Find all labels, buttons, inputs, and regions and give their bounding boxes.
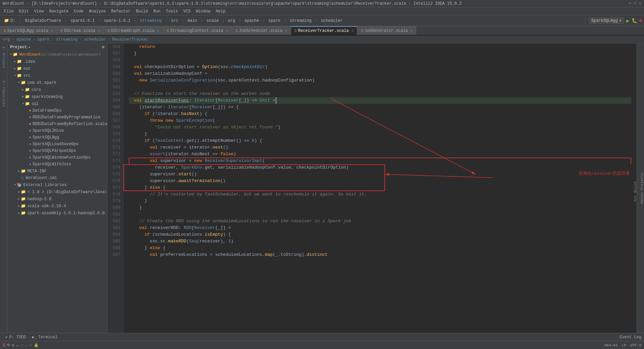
tree-jdk18[interactable]: ▶ 📁 < 1.8 > (D:\BigDataSoftware\Java\jdk… [7, 188, 107, 195]
tab-jobgenerator[interactable]: S JobGenerator.scala ✕ [357, 26, 416, 35]
breadcrumb-main[interactable]: main [185, 18, 199, 24]
menu-refactor[interactable]: Refactor [108, 8, 133, 14]
maven-projects-panel[interactable]: Maven Projects Ant Build [637, 44, 644, 333]
left-vtabs: 1: Project 2: Favorites [0, 44, 7, 333]
tab-dstream[interactable]: S DStream.scala ✕ [57, 26, 104, 35]
breadcrumb-scheduler[interactable]: scheduler [319, 18, 345, 24]
tree-dataframeops[interactable]: ▶ ● DataFrameOps [7, 107, 107, 114]
code-line-570: if (TaskContext.get().attemptNumber() ==… [129, 137, 631, 144]
tree-metainf[interactable]: ▶ 📁 META-INF [7, 168, 107, 175]
tab-sparksqlagg[interactable]: S SparkSQLAgg.scala ✕ [0, 26, 57, 35]
close-tab-jobgenerator[interactable]: ✕ [411, 29, 413, 33]
tree-hadoop[interactable]: ▶ 📁 hadoop-2.6 [7, 195, 107, 202]
event-log-label[interactable]: Event Log [620, 335, 641, 340]
line-numbers: 556 557 558 559 560 561 562 563 564 565 … [107, 44, 123, 333]
breadcrumb-src[interactable]: src [169, 18, 180, 24]
tab-dstreamgraph[interactable]: S DStreamGraph.scala ✕ [104, 26, 163, 35]
project-icon[interactable]: 📁 D: [2, 17, 17, 24]
encoding-indicator[interactable]: UTF-8 [630, 343, 641, 347]
terminal-tab[interactable]: ▶_ Terminal [30, 334, 60, 340]
menu-run[interactable]: Run [151, 8, 163, 14]
nav-scheduler[interactable]: scheduler [84, 37, 106, 42]
breadcrumb-spark161[interactable]: spark1.6.1 [68, 18, 97, 24]
project-dropdown-icon[interactable]: ▾ [28, 45, 30, 49]
breadcrumb-bigdata[interactable]: BigDataSoftware [23, 18, 63, 24]
tab-receivertracker[interactable]: S ReceiverTracker.scala ✕ [291, 26, 357, 35]
tree-sparksqlparquetops[interactable]: ▶ ● SparkSQLParquetOps [7, 148, 107, 154]
tree-comdtspark[interactable]: ▼ 📁 com.dt.spark [7, 79, 107, 86]
code-editor[interactable]: 556 557 558 559 560 561 562 563 564 565 … [107, 44, 637, 333]
nav-receivertracker[interactable]: ReceiverTracker [112, 37, 148, 42]
menu-window[interactable]: Window [193, 8, 213, 14]
menu-navigate[interactable]: Navigate [46, 8, 71, 14]
close-button[interactable]: ✕ [639, 1, 641, 6]
status-icons: ⚙ ↙ ↑ ↓ ⚡ 🔒 [12, 343, 39, 347]
breadcrumb-streaming2[interactable]: streaming [288, 18, 314, 24]
breadcrumb-spark2[interactable]: spark [266, 18, 282, 24]
sidebar-gear-icon[interactable]: ⚙ [102, 45, 104, 50]
menu-code[interactable]: Code [71, 8, 86, 14]
tree-sql[interactable]: ▼ 📁 sql [7, 100, 107, 107]
breadcrumb-scala[interactable]: scala [205, 18, 221, 24]
maven-projects-label[interactable]: Maven Projects [640, 173, 644, 203]
code-line-572: assert(iterator.hasNext == false) [129, 151, 631, 158]
close-tab-jobscheduler[interactable]: ✕ [285, 29, 287, 33]
tree-sparksqlwindow[interactable]: ▶ ● SparkSQLWindowFuntionOps [7, 154, 107, 161]
breadcrumb-org[interactable]: org [226, 18, 237, 24]
tree-sparksql2hive[interactable]: ▶ ● SparkSQL2Hive [7, 127, 107, 134]
minimize-button[interactable]: ─ [629, 1, 631, 6]
tree-sparksqlloadsaveops[interactable]: ▶ ● SparkSQLLoadSaveOps [7, 141, 107, 148]
toolbar: 📁 D: BigDataSoftware › spark1.6.1 › spar… [0, 15, 644, 26]
nav-streaming[interactable]: streaming [56, 37, 77, 42]
vtab-project[interactable]: 1: Project [1, 44, 6, 71]
tree-wordcount-root[interactable]: ▼ 📁 WordCount (D:\IdeaProjects\WordCount… [7, 51, 107, 58]
project-sidebar: Project ▾ ⚙ ▼ 📁 WordCount (D:\IdeaProjec… [7, 44, 107, 333]
tree-sparksqlagg[interactable]: ▶ ● SparkSQLAgg [7, 134, 107, 141]
menu-vcs[interactable]: VCS [181, 8, 194, 14]
spark-icon: S [3, 343, 5, 348]
tree-idea[interactable]: ▶ 📁 .idea [7, 58, 107, 65]
run-config-selector[interactable]: SparkSQLAgg ▾ [589, 17, 624, 24]
tree-rdd2reflection[interactable]: ▶ ● RDD2DataFrameByReflection.scala [7, 121, 107, 127]
menu-analyze[interactable]: Analyze [86, 8, 108, 14]
close-tab-streamingcontext[interactable]: ✕ [226, 29, 228, 33]
run-button[interactable]: ▶ [626, 17, 630, 24]
todo-tab[interactable]: ✔ 6: TODO [3, 334, 29, 340]
close-tab-dstreamgraph[interactable]: ✕ [157, 29, 159, 33]
nav-spark[interactable]: spark [37, 37, 49, 42]
menu-edit[interactable]: Edit [16, 8, 32, 14]
close-tab-sparksqlagg[interactable]: ✕ [51, 29, 53, 33]
tree-out[interactable]: ▶ 📁 out [7, 65, 107, 72]
tab-jobscheduler[interactable]: S JobScheduler.scala ✕ [232, 26, 291, 35]
menu-file[interactable]: File [1, 8, 16, 14]
tree-ext-libraries[interactable]: ▼ 📚 External Libraries [7, 181, 107, 188]
menu-tools[interactable]: Tools [163, 8, 181, 14]
nav-apache[interactable]: apache [16, 37, 31, 42]
breadcrumb-streaming[interactable]: streaming [138, 18, 164, 24]
close-tab-dstream[interactable]: ✕ [98, 29, 100, 33]
menu-view[interactable]: View [32, 8, 47, 14]
menu-build[interactable]: Build [133, 8, 151, 14]
vtab-favorites[interactable]: 2: Favorites [1, 78, 6, 110]
close-tab-receivertracker[interactable]: ✕ [352, 29, 354, 33]
breadcrumb-apache[interactable]: apache [243, 18, 261, 24]
stop-button[interactable]: ■ [639, 18, 642, 23]
tree-core[interactable]: ▶ 📁 core [7, 86, 107, 93]
tree-rdd2programmatic[interactable]: ▶ ● RDD2DataFrameByProgrammatica [7, 114, 107, 121]
code-line-565: (iterator: Iterator[Receiver[_]]) => { [129, 104, 631, 111]
tree-sparksteaming[interactable]: ▶ 📁 sparksteaming [7, 93, 107, 100]
tree-sparksqlwithjoin[interactable]: ▶ ● SparkSQLWithJoin [7, 161, 107, 168]
tree-scala-sdk[interactable]: ▶ 📁 scala-sdk-2.10.4 [7, 202, 107, 210]
tree-src[interactable]: ▼ 📁 src [7, 72, 107, 79]
code-line-582: // Create the RDD using the scheduledLoc… [129, 218, 631, 225]
line-sep-indicator[interactable]: LF [622, 343, 626, 347]
breadcrumb-spark[interactable]: spark-1.6.1 [102, 18, 132, 24]
menu-help[interactable]: Help [213, 8, 228, 14]
ant-build-label[interactable]: Ant Build [633, 182, 637, 201]
tab-streamingcontext[interactable]: S StreamingContext.scala ✕ [163, 26, 232, 35]
nav-org[interactable]: org [3, 37, 10, 42]
debug-button[interactable]: 🐛 [632, 18, 637, 23]
tree-spark-assembly[interactable]: ▶ 📁 spark-assembly-1.6.1-hadoop2.6.0 [7, 210, 107, 217]
maximize-button[interactable]: □ [634, 1, 636, 6]
tree-wordcountiml[interactable]: ▶ ⬡ WordCount.iml [7, 175, 107, 181]
